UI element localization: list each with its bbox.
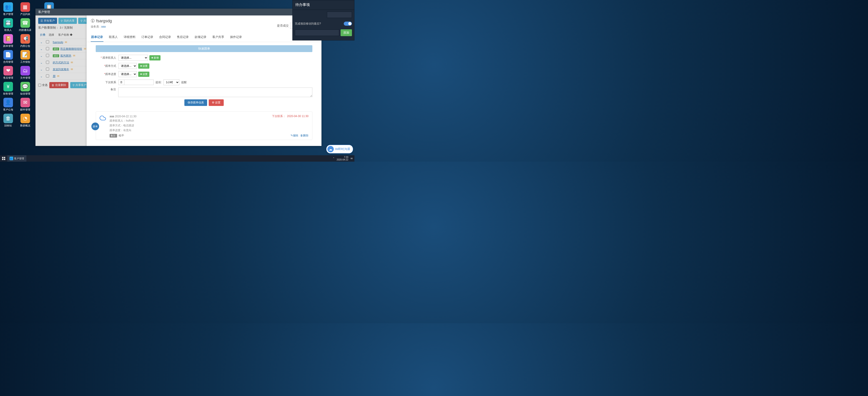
app-label: 财务管理: [3, 92, 13, 95]
history-user: aaa: [110, 115, 114, 118]
app-label: 数据概况: [20, 124, 30, 127]
app-icon: 👤: [3, 98, 13, 107]
app-icon: 📇: [3, 18, 13, 28]
next-contact-date-input[interactable]: [124, 80, 154, 85]
gear-icon: ⚙: [212, 101, 214, 104]
app-label: 短信管理: [20, 92, 30, 95]
progress-select[interactable]: 请选择...: [119, 71, 137, 77]
method-select[interactable]: 请选择...: [119, 63, 137, 69]
app-icon: 🗑: [3, 114, 13, 123]
plus-icon: ✚: [151, 56, 153, 59]
edit-icon: ✎: [290, 134, 293, 137]
quick-follow-bar[interactable]: 快速跟单: [96, 45, 312, 52]
calendar-icon: 🗓: [119, 80, 124, 85]
taskbar-clock[interactable]: 7:20 2020-04-22: [337, 156, 348, 161]
tab-售后记录[interactable]: 售后记录: [177, 33, 189, 42]
progress-settings-button[interactable]: ✚设置: [138, 71, 149, 77]
remark-textarea[interactable]: [118, 88, 312, 97]
taskbar-app-icon: 👥: [9, 157, 13, 160]
app-label: 客户管理: [3, 12, 13, 16]
tray-up-icon[interactable]: ˄: [333, 157, 334, 160]
todo-filter-input[interactable]: [327, 11, 352, 18]
app-label: 合同管理: [3, 60, 13, 64]
app-label: 联系人: [4, 28, 12, 32]
tab-客户共享[interactable]: 客户共享: [212, 33, 225, 42]
customer-mgmt-window: 客户管理 — ▢ ✕ ☰所有客户 ⚲我的共享 ⚲共享给 客户数量限制： 3 / …: [35, 9, 321, 146]
desktop-icon-客户管理[interactable]: 👥客户管理: [2, 2, 14, 17]
tab-款项记录[interactable]: 款项记录: [194, 33, 207, 42]
svg-rect-1: [4, 157, 5, 158]
contact-select[interactable]: 请选择...: [119, 55, 148, 61]
remark-text: 枯干: [119, 134, 124, 137]
app-label: 产品列表: [20, 12, 30, 16]
trash-icon: 🗑: [300, 134, 303, 137]
tab-操作记录[interactable]: 操作记录: [229, 33, 242, 42]
desktop-icon-合同管理[interactable]: 📄合同管理: [2, 50, 14, 65]
before-label: 提前:: [155, 81, 162, 84]
svg-rect-0: [2, 157, 3, 158]
cloud-avatar-icon: [99, 114, 106, 122]
todo-add-button[interactable]: 添加: [341, 29, 352, 36]
app-label: 文件管理: [20, 76, 30, 80]
app-icon: ❤: [3, 66, 13, 75]
desktop-icon-文件管理[interactable]: 🗂文件管理: [19, 65, 31, 81]
tab-联系人[interactable]: 联系人: [108, 33, 118, 42]
window-titlebar[interactable]: 客户管理 — ▢ ✕: [35, 9, 321, 16]
app-icon: 👥: [3, 2, 13, 12]
info-icon: 🛈: [91, 19, 95, 23]
app-label: 内部通讯录: [19, 28, 31, 32]
desktop-icon-内部公告[interactable]: 📢内部公告: [19, 34, 31, 49]
todo-text-input[interactable]: [295, 30, 339, 36]
app-icon: ¥: [3, 82, 13, 91]
move-completed-switch[interactable]: [344, 22, 352, 26]
desktop-icon-产品列表[interactable]: ▦产品列表: [19, 2, 31, 17]
app-label: 工作报告: [20, 60, 30, 64]
todo-panel: 待办事项 完成项目移动到最后? 添加: [292, 0, 354, 40]
window-title: 客户管理: [38, 10, 50, 14]
tab-合同记录[interactable]: 合同记录: [159, 33, 172, 42]
tab-订单记录[interactable]: 订单记录: [141, 33, 154, 42]
app-icon: 📢: [21, 34, 30, 44]
desktop-icon-工作报告[interactable]: 📝工作报告: [19, 50, 31, 65]
desktop-icon-客户公海[interactable]: 👤客户公海: [2, 97, 14, 112]
app-label: 跟单管理: [3, 44, 13, 48]
salesperson-link[interactable]: aaa: [101, 25, 106, 28]
desktop-icon-短信管理[interactable]: 💬短信管理: [19, 81, 31, 96]
todo-title: 待办事项: [292, 0, 354, 10]
new-contact-button[interactable]: ✚新增: [149, 55, 160, 60]
app-icon: ◔: [21, 114, 30, 123]
taskbar-item-customer[interactable]: 👥 客户管理: [7, 155, 26, 162]
app-label: 邮件管理: [20, 108, 30, 112]
followup-history-entry: 跟单 下次联系： 2020-04-30 11:30 aaa 2020-04-22…: [96, 112, 312, 140]
desktop-icon-联系人[interactable]: 📇联系人: [2, 18, 14, 33]
salesperson-label: 业务员 :: [91, 25, 100, 28]
app-icon: ▦: [21, 2, 30, 12]
app-icon: ✉: [21, 98, 30, 107]
app-label: 客户公海: [3, 108, 13, 112]
app-icon: ☎: [21, 18, 30, 28]
remark-badge: 备注:: [110, 134, 117, 138]
start-button[interactable]: [0, 155, 7, 162]
desktop-icon-邮件管理[interactable]: ✉邮件管理: [19, 97, 31, 112]
desktop-icon-跟单管理[interactable]: 📔跟单管理: [2, 34, 14, 49]
im-float-button[interactable]: ☁ IM即时沟通: [326, 145, 353, 153]
method-settings-button[interactable]: ✚设置: [138, 63, 149, 69]
tab-详细资料[interactable]: 详细资料: [123, 33, 136, 42]
form-settings-button[interactable]: ⚙ 设置: [209, 99, 224, 106]
delete-link[interactable]: 🗑删除: [300, 134, 309, 137]
desktop-icon-财务管理[interactable]: ¥财务管理: [2, 81, 14, 96]
svg-rect-3: [4, 159, 5, 160]
remind-hours-select[interactable]: 1小时: [163, 79, 179, 85]
desktop-icon-数据概况[interactable]: ◔数据概况: [19, 113, 31, 128]
tab-跟单记录[interactable]: 跟单记录: [91, 33, 103, 42]
app-icon: 📔: [3, 34, 13, 44]
app-label: 售后管理: [3, 76, 13, 80]
desktop-icon-售后管理[interactable]: ❤售后管理: [2, 65, 14, 81]
desktop-icon-回收站[interactable]: 🗑回收站: [2, 113, 14, 128]
edit-link[interactable]: ✎编辑: [290, 134, 298, 137]
save-followup-button[interactable]: 保存跟单信息: [184, 99, 207, 106]
tray-mail-icon[interactable]: ✉: [350, 157, 352, 160]
app-label: 回收站: [4, 124, 12, 127]
app-icon: 📝: [21, 50, 30, 60]
desktop-icon-内部通讯录[interactable]: ☎内部通讯录: [19, 18, 31, 33]
